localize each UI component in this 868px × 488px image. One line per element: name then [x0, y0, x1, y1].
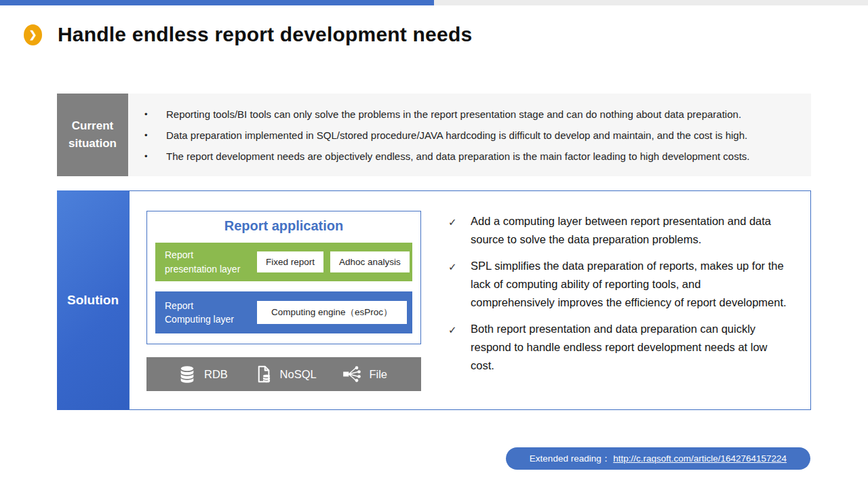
extended-reading-link[interactable]: http://c.raqsoft.com/article/16427641572… — [613, 453, 787, 464]
check-icon: ✓ — [448, 257, 471, 312]
bullet-text: The report development needs are objecti… — [166, 149, 811, 163]
current-situation-section: Current situation • Reporting tools/BI t… — [57, 94, 811, 176]
top-accent-bar-blue — [0, 0, 434, 5]
database-icon — [178, 365, 197, 384]
data-source-nosql: NoSQL — [254, 365, 317, 384]
report-computing-layer: Report Computing layer Computing engine（… — [155, 291, 412, 333]
list-item: • Reporting tools/BI tools can only solv… — [128, 107, 811, 121]
bullet-icon: • — [128, 149, 166, 163]
current-situation-panel: • Reporting tools/BI tools can only solv… — [128, 94, 811, 176]
check-icon: ✓ — [448, 320, 471, 375]
presentation-layer-label: Report presentation layer — [155, 248, 257, 276]
data-source-label: File — [369, 368, 387, 381]
slide: ❯ Handle endless report development need… — [0, 0, 868, 488]
list-item: ✓ Both report presentation and data prep… — [448, 320, 787, 375]
data-source-label: RDB — [204, 368, 228, 381]
point-text: Add a computing layer between report pre… — [471, 212, 787, 249]
solution-points: ✓ Add a computing layer between report p… — [448, 212, 787, 383]
list-item: • The report development needs are objec… — [128, 149, 811, 163]
report-application-diagram: Report application Report presentation l… — [146, 211, 421, 344]
point-text: SPL simplifies the data preparation of r… — [471, 257, 787, 312]
bullet-icon: • — [128, 128, 166, 142]
list-item: ✓ SPL simplifies the data preparation of… — [448, 257, 787, 312]
fixed-report-chip: Fixed report — [257, 251, 323, 272]
solution-label: Solution — [57, 190, 129, 410]
solution-panel: Report application Report presentation l… — [129, 190, 811, 410]
solution-section: Solution Report application Report prese… — [57, 190, 811, 410]
bullet-text: Data preparation implemented in SQL/stor… — [166, 128, 811, 142]
bullet-icon: • — [128, 107, 166, 121]
computing-engine-chip: Computing engine（esProc） — [257, 301, 407, 324]
extended-reading-label: Extended reading： — [530, 453, 610, 465]
current-situation-label: Current situation — [57, 94, 128, 176]
document-database-icon — [254, 365, 273, 384]
top-accent-bar-gray — [434, 0, 868, 5]
data-source-label: NoSQL — [280, 368, 317, 381]
report-presentation-layer: Report presentation layer Fixed report A… — [155, 243, 412, 281]
point-text: Both report presentation and data prepar… — [471, 320, 787, 375]
header: ❯ Handle endless report development need… — [24, 23, 472, 46]
data-source-bar: RDB NoSQL — [146, 357, 421, 391]
page-title: Handle endless report development needs — [58, 23, 472, 46]
list-item: • Data preparation implemented in SQL/st… — [128, 128, 811, 142]
extended-reading-pill: Extended reading： http://c.raqsoft.com/a… — [506, 447, 810, 470]
bullet-text: Reporting tools/BI tools can only solve … — [166, 107, 811, 121]
adhoc-analysis-chip: Adhoc analysis — [330, 251, 410, 272]
presentation-layer-items: Fixed report Adhoc analysis — [257, 251, 418, 272]
file-share-icon — [342, 365, 361, 383]
list-item: ✓ Add a computing layer between report p… — [448, 212, 787, 249]
chevron-right-icon: ❯ — [24, 24, 42, 45]
data-source-rdb: RDB — [178, 365, 228, 384]
computing-layer-items: Computing engine（esProc） — [257, 301, 416, 324]
check-icon: ✓ — [448, 212, 471, 249]
computing-layer-label: Report Computing layer — [155, 299, 257, 327]
data-source-file: File — [342, 365, 387, 383]
diagram-title: Report application — [147, 218, 420, 234]
